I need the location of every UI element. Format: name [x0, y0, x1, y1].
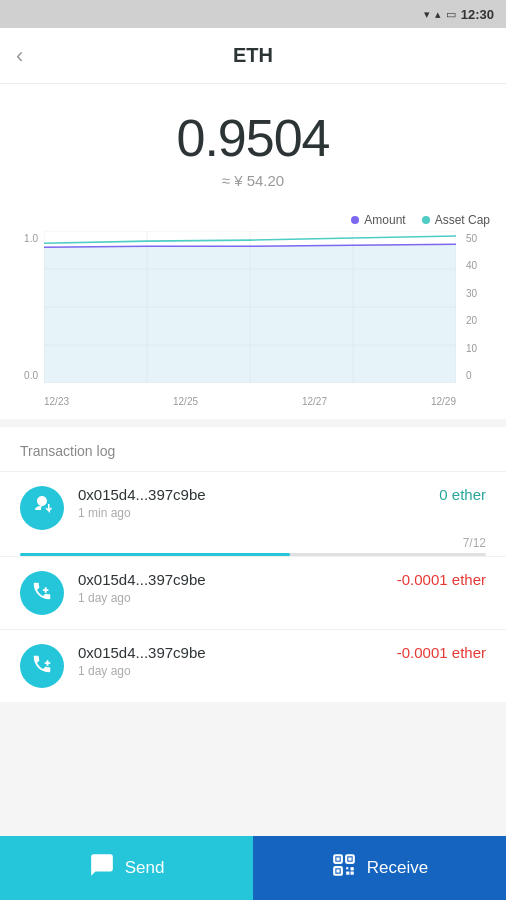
avatar	[20, 571, 64, 615]
back-button[interactable]: ‹	[16, 43, 23, 69]
tx-amount: -0.0001 ether	[397, 644, 486, 661]
y-axis-right: 50 40 30 20 10 0	[462, 231, 506, 383]
status-time: 12:30	[461, 7, 494, 22]
call-out-icon	[31, 653, 53, 680]
y-left-1: 1.0	[0, 233, 38, 244]
svg-rect-16	[336, 869, 339, 872]
table-row[interactable]: 0x015d4...397c9be 1 day ago -0.0001 ethe…	[0, 629, 506, 702]
x-label-3: 12/27	[302, 396, 327, 407]
y-right-2: 40	[462, 260, 506, 271]
battery-icon: ▭	[446, 8, 456, 21]
signal-icon: ▴	[435, 8, 441, 21]
tx-time: 1 day ago	[78, 664, 397, 678]
tx-address: 0x015d4...397c9be	[78, 571, 397, 588]
svg-rect-15	[348, 857, 351, 860]
tx-amount: -0.0001 ether	[397, 571, 486, 588]
status-icons: ▾ ▴ ▭ 12:30	[424, 7, 494, 22]
chart-legend: Amount Asset Cap	[0, 205, 506, 231]
table-row[interactable]: 0x015d4...397c9be 1 min ago 0 ether 7/12	[0, 471, 506, 556]
tx-content: 0x015d4...397c9be 1 day ago	[78, 571, 397, 605]
legend-asset-cap: Asset Cap	[422, 213, 490, 227]
chart-section: Amount Asset Cap 1.0 0.0	[0, 205, 506, 419]
avatar	[20, 486, 64, 530]
balance-section: 0.9504 ≈ ¥ 54.20	[0, 84, 506, 205]
balance-eth: 0.9504	[0, 108, 506, 168]
y-axis-left: 1.0 0.0	[0, 231, 38, 383]
transaction-header: Transaction log	[0, 443, 506, 471]
y-right-6: 0	[462, 370, 506, 381]
tx-amount: 0 ether	[439, 486, 486, 503]
chart-svg	[44, 231, 456, 383]
chart-container: 1.0 0.0	[0, 231, 506, 411]
receive-icon	[30, 494, 54, 523]
bottom-nav: Send Receive	[0, 836, 506, 900]
x-axis: 12/23 12/25 12/27 12/29	[44, 396, 456, 407]
progress-label: 7/12	[463, 536, 486, 550]
y-right-4: 20	[462, 315, 506, 326]
legend-amount: Amount	[351, 213, 405, 227]
svg-rect-19	[346, 872, 349, 875]
call-in-icon	[31, 580, 53, 607]
avatar	[20, 644, 64, 688]
svg-rect-17	[346, 867, 348, 869]
receive-button[interactable]: Receive	[253, 836, 506, 900]
svg-rect-18	[350, 867, 353, 870]
transaction-section: Transaction log 0x015d4...397c9be 1 min …	[0, 427, 506, 702]
x-label-2: 12/25	[173, 396, 198, 407]
svg-rect-14	[336, 857, 339, 860]
tx-time: 1 min ago	[78, 506, 439, 520]
send-label: Send	[125, 858, 165, 878]
tx-time: 1 day ago	[78, 591, 397, 605]
x-label-4: 12/29	[431, 396, 456, 407]
receive-icon	[331, 852, 357, 884]
svg-marker-10	[44, 244, 456, 383]
send-button[interactable]: Send	[0, 836, 253, 900]
balance-fiat: ≈ ¥ 54.20	[0, 172, 506, 189]
page-title: ETH	[233, 44, 273, 67]
y-right-5: 10	[462, 343, 506, 354]
y-left-5: 0.0	[0, 370, 38, 381]
status-bar: ▾ ▴ ▭ 12:30	[0, 0, 506, 28]
tx-content: 0x015d4...397c9be 1 min ago	[78, 486, 439, 520]
y-right-1: 50	[462, 233, 506, 244]
legend-amount-label: Amount	[364, 213, 405, 227]
wifi-icon: ▾	[424, 8, 430, 21]
table-row[interactable]: 0x015d4...397c9be 1 day ago -0.0001 ethe…	[0, 556, 506, 629]
legend-dot-cap	[422, 216, 430, 224]
tx-content: 0x015d4...397c9be 1 day ago	[78, 644, 397, 678]
header: ‹ ETH	[0, 28, 506, 84]
y-right-3: 30	[462, 288, 506, 299]
send-icon	[89, 852, 115, 884]
x-label-1: 12/23	[44, 396, 69, 407]
legend-asset-cap-label: Asset Cap	[435, 213, 490, 227]
tx-address: 0x015d4...397c9be	[78, 486, 439, 503]
legend-dot-amount	[351, 216, 359, 224]
receive-label: Receive	[367, 858, 428, 878]
svg-rect-20	[350, 872, 353, 875]
tx-address: 0x015d4...397c9be	[78, 644, 397, 661]
